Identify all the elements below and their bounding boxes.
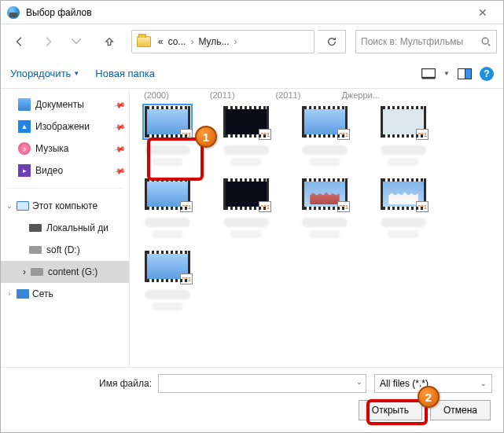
sidebar-item-images[interactable]: Изображени📌: [1, 116, 129, 138]
forward-button[interactable]: [35, 31, 61, 53]
file-thumb[interactable]: 321: [377, 178, 430, 238]
open-button[interactable]: Открыть: [359, 400, 422, 420]
chevron-down-icon: ▼: [73, 70, 79, 77]
titlebar: Выбор файлов ✕: [1, 1, 503, 24]
sidebar-item-localdisk[interactable]: Локальный ди: [1, 217, 129, 239]
file-thumb[interactable]: 321: [141, 106, 194, 166]
pin-icon: 📌: [113, 164, 126, 177]
annotation-badge-2: 2: [418, 386, 440, 408]
sidebar-item-music[interactable]: Музыка📌: [1, 138, 129, 160]
sidebar-group-network[interactable]: ›Сеть: [1, 283, 129, 305]
organize-button[interactable]: Упорядочить▼: [10, 68, 79, 79]
file-thumb[interactable]: 321: [219, 106, 273, 166]
view-dropdown[interactable]: ▼: [443, 70, 450, 77]
expand-icon[interactable]: ›: [6, 290, 13, 298]
mpc-badge-icon: 321: [337, 129, 350, 140]
close-icon[interactable]: ✕: [469, 3, 497, 22]
drive-icon: [31, 268, 43, 276]
breadcrumb-2[interactable]: Муль...: [196, 36, 231, 47]
pc-icon: [17, 201, 29, 211]
group-label: Джерри...: [341, 90, 379, 100]
group-label: (2011): [276, 90, 301, 100]
chevron-down-icon: ⌄: [480, 380, 487, 387]
view-mode-button[interactable]: [420, 65, 437, 83]
breadcrumb-prefix: «: [156, 36, 166, 47]
mpc-badge-icon: 321: [180, 129, 193, 140]
mpc-badge-icon: 321: [416, 201, 429, 212]
search-placeholder: Поиск в: Мультфильмы: [361, 36, 480, 47]
mpc-badge-icon: 321: [416, 129, 429, 140]
pin-icon: 📌: [113, 142, 126, 155]
svg-rect-2: [422, 77, 436, 79]
sidebar-group-thispc[interactable]: ⌄Этот компьюте: [1, 195, 129, 217]
svg-rect-1: [422, 68, 436, 77]
mpc-badge-icon: 321: [259, 129, 271, 140]
document-icon: [18, 98, 31, 111]
chevron-right-icon[interactable]: ›: [232, 36, 240, 47]
network-icon: [17, 289, 29, 299]
up-button[interactable]: [97, 31, 122, 53]
back-button[interactable]: [7, 31, 32, 53]
video-icon: [18, 164, 31, 177]
search-input[interactable]: Поиск в: Мультфильмы: [355, 30, 497, 53]
mpc-badge-icon: 321: [180, 273, 193, 284]
mpc-badge-icon: 321: [337, 201, 350, 212]
sidebar-item-documents[interactable]: Документы📌: [1, 94, 129, 116]
navbar: « co... › Муль... › Поиск в: Мультфильмы: [1, 24, 503, 59]
expand-icon[interactable]: ›: [23, 266, 26, 277]
file-thumb[interactable]: 321: [141, 178, 194, 238]
file-thumb[interactable]: 321: [298, 178, 351, 238]
filename-input[interactable]: ⌄: [158, 374, 366, 393]
image-icon: [18, 120, 31, 133]
pin-icon: 📌: [113, 98, 126, 111]
expand-icon[interactable]: ⌄: [6, 202, 13, 210]
filename-label: Имя файла:: [1, 378, 158, 389]
sidebar-item-content[interactable]: ›content (G:): [1, 261, 129, 283]
mpc-badge-icon: 321: [259, 201, 271, 212]
file-thumb[interactable]: 321: [377, 106, 430, 166]
cancel-button[interactable]: Отмена: [430, 400, 491, 420]
window-title: Выбор файлов: [26, 7, 92, 18]
help-button[interactable]: ?: [480, 67, 494, 81]
annotation-badge-1: 1: [195, 126, 217, 148]
group-label: (2011): [210, 90, 235, 100]
new-folder-button[interactable]: Новая папка: [95, 68, 155, 79]
toolbar: Упорядочить▼ Новая папка ▼ ?: [1, 59, 503, 89]
drive-icon: [29, 246, 42, 254]
recent-dropdown[interactable]: [64, 31, 89, 53]
search-icon: [480, 36, 491, 47]
file-thumb[interactable]: 321: [141, 251, 194, 310]
file-list[interactable]: (2000) (2011) (2011) Джерри... 321 321 3…: [130, 90, 503, 367]
address-bar[interactable]: « co... › Муль... ›: [131, 30, 315, 53]
sidebar: Документы📌 Изображени📌 Музыка📌 Видео📌 ⌄Э…: [1, 90, 130, 367]
pin-icon: 📌: [113, 120, 126, 133]
drive-icon: [29, 224, 42, 232]
file-thumb[interactable]: 321: [298, 106, 351, 166]
chevron-right-icon[interactable]: ›: [188, 36, 196, 47]
sidebar-item-video[interactable]: Видео📌: [1, 160, 129, 182]
music-icon: [18, 142, 31, 155]
folder-icon: [137, 36, 151, 47]
mpc-badge-icon: 321: [180, 201, 193, 212]
dialog-body: Документы📌 Изображени📌 Музыка📌 Видео📌 ⌄Э…: [1, 90, 503, 367]
breadcrumb-1[interactable]: co...: [166, 36, 189, 47]
app-icon: [7, 6, 20, 19]
group-label: (2000): [144, 90, 169, 100]
chevron-down-icon[interactable]: ⌄: [356, 378, 362, 386]
sidebar-item-soft[interactable]: soft (D:): [1, 239, 129, 261]
svg-point-0: [482, 38, 488, 44]
refresh-button[interactable]: [318, 30, 346, 53]
preview-pane-button[interactable]: [456, 65, 473, 83]
file-thumb[interactable]: 321: [219, 178, 273, 238]
